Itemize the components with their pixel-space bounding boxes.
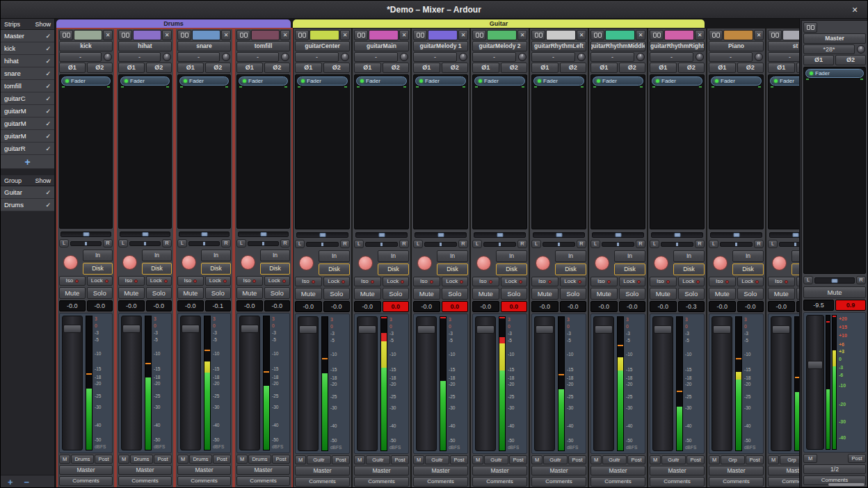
level-meter[interactable] <box>263 316 270 450</box>
comments-button[interactable]: Comments <box>590 477 645 487</box>
meter-post-button[interactable]: Post <box>509 455 527 464</box>
pan-right-button[interactable]: R <box>636 240 645 248</box>
meter-post-button[interactable]: Post <box>154 455 172 464</box>
gain-fader[interactable] <box>534 316 555 451</box>
pan-handle[interactable] <box>674 233 680 237</box>
input-button[interactable]: - <box>650 52 693 62</box>
metering-button[interactable]: M <box>590 455 602 464</box>
show-checkbox[interactable]: ✓ <box>45 145 51 152</box>
strip-width-button[interactable] <box>118 30 132 40</box>
fader-active-led[interactable] <box>301 79 305 83</box>
fader-handle[interactable] <box>595 325 613 334</box>
pan-handle[interactable] <box>556 233 562 237</box>
gain-fader[interactable] <box>121 316 142 450</box>
fader-handle[interactable] <box>358 325 376 334</box>
solo-button[interactable]: Solo <box>264 287 291 299</box>
trim-knob-dial[interactable] <box>104 53 112 61</box>
output-button[interactable]: Master <box>118 465 172 475</box>
mute-button[interactable]: Mute <box>177 287 204 299</box>
strip-hide-button[interactable]: ✕ <box>280 30 290 40</box>
peak-display[interactable]: -0.0 <box>323 301 351 312</box>
mute-button[interactable]: Mute <box>803 286 866 298</box>
pan-track[interactable] <box>120 231 170 237</box>
pan-slider[interactable] <box>59 230 113 238</box>
level-meter[interactable] <box>86 316 93 450</box>
monitor-disk-button[interactable]: Disk <box>260 263 290 275</box>
show-checkbox[interactable]: ✓ <box>45 108 51 115</box>
group-button[interactable]: Drums <box>130 455 153 464</box>
monitor-input-button[interactable]: In <box>260 250 290 261</box>
solo-lock-button[interactable]: Lock <box>323 277 351 286</box>
pan-right-button[interactable]: R <box>399 240 409 248</box>
fader-processor[interactable]: Fader <box>805 69 864 78</box>
solo-lock-button[interactable]: Lock <box>205 276 232 286</box>
meter-post-button[interactable]: Post <box>95 455 113 464</box>
monitor-disk-button[interactable]: Disk <box>791 263 799 275</box>
strip-hide-button[interactable]: ✕ <box>103 30 113 40</box>
group-button[interactable]: Guitr <box>425 455 449 464</box>
strip-width-button[interactable] <box>531 30 545 40</box>
strip-name-button[interactable]: snare <box>177 41 231 51</box>
record-enable-button[interactable] <box>358 256 373 270</box>
pan-slider[interactable] <box>236 230 290 238</box>
output-button[interactable]: Master <box>768 466 799 475</box>
group-tab[interactable]: Drums <box>56 19 291 28</box>
pan-right-button[interactable]: R <box>103 239 113 247</box>
trim-knob[interactable] <box>399 52 409 62</box>
pan-slider[interactable] <box>177 230 231 238</box>
monitor-input-button[interactable]: In <box>673 250 705 262</box>
mute-button[interactable]: Mute <box>472 288 499 300</box>
trim-knob[interactable] <box>695 52 705 62</box>
comments-button[interactable]: Comments <box>354 477 409 487</box>
monitor-input-button[interactable]: In <box>201 250 231 261</box>
pan-track[interactable] <box>592 232 644 238</box>
strip-hide-button[interactable]: ✕ <box>458 30 468 40</box>
output-button[interactable]: Master <box>295 466 350 475</box>
level-meter[interactable] <box>321 316 328 451</box>
pan-left-button[interactable]: L <box>803 276 813 284</box>
metering-button[interactable]: M <box>768 455 779 464</box>
output-button[interactable]: Master <box>472 466 527 475</box>
pan-left-button[interactable]: L <box>177 239 187 247</box>
input-button[interactable]: - <box>709 52 753 62</box>
strip-width-button[interactable] <box>236 30 250 40</box>
gain-fader[interactable] <box>593 316 614 451</box>
fader-handle[interactable] <box>713 325 731 334</box>
pan-position-track[interactable] <box>365 242 398 247</box>
group-button[interactable]: Guitr <box>602 455 627 464</box>
fader-active-led[interactable] <box>479 79 482 83</box>
peak-display[interactable]: -0.0 <box>264 300 291 311</box>
trim-knob-dial[interactable] <box>341 53 349 61</box>
record-enable-button[interactable] <box>182 255 196 270</box>
output-button[interactable]: Master <box>531 466 586 475</box>
solo-button[interactable]: Solo <box>87 287 113 299</box>
pan-left-button[interactable]: L <box>590 240 600 248</box>
input-button[interactable]: - <box>118 52 161 62</box>
fader-handle[interactable] <box>772 325 790 334</box>
solo-lock-button[interactable]: Lock <box>619 277 646 286</box>
pan-position-track[interactable] <box>188 241 220 246</box>
phase-invert-2-button[interactable]: Ø2 <box>205 63 232 73</box>
monitor-input-button[interactable]: In <box>142 250 172 261</box>
input-button[interactable]: - <box>295 52 339 62</box>
monitor-disk-button[interactable]: Disk <box>673 263 705 275</box>
mute-button[interactable]: Mute <box>295 288 322 300</box>
pan-position-track[interactable] <box>779 242 799 247</box>
metering-button[interactable]: M <box>354 455 365 464</box>
phase-invert-2-button[interactable]: Ø2 <box>323 63 351 73</box>
gain-display[interactable]: -0.0 <box>236 300 263 311</box>
strip-hide-button[interactable]: ✕ <box>695 30 705 40</box>
input-button[interactable]: - <box>354 52 398 62</box>
pan-handle[interactable] <box>319 233 326 237</box>
trim-knob[interactable] <box>340 52 350 62</box>
pan-slider[interactable] <box>295 231 350 239</box>
pan-position-track[interactable] <box>306 242 339 247</box>
phase-invert-2-button[interactable]: Ø2 <box>87 63 113 73</box>
level-meter[interactable] <box>558 316 565 451</box>
fader-active-led[interactable] <box>597 79 600 83</box>
trim-knob[interactable] <box>856 44 866 54</box>
peak-display[interactable]: 0.9 <box>835 300 866 311</box>
fader-active-led[interactable] <box>656 79 659 83</box>
phase-invert-2-button[interactable]: Ø2 <box>678 63 705 73</box>
level-meter-right[interactable] <box>832 315 837 450</box>
